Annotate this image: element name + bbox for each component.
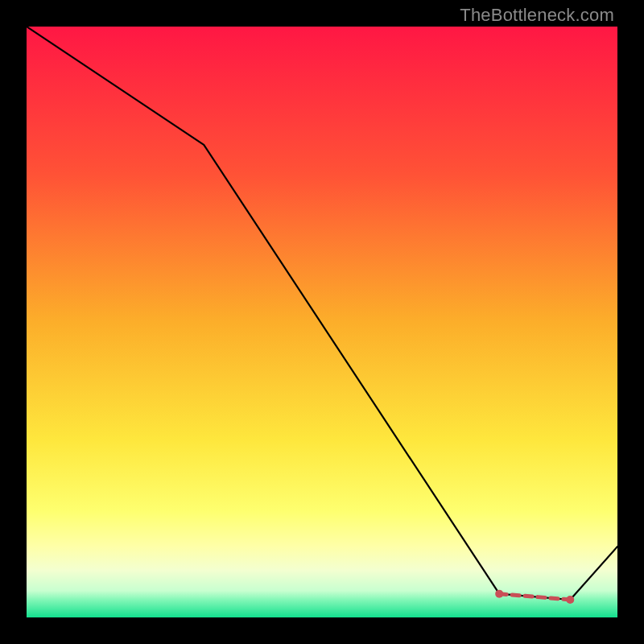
- svg-line-1: [499, 594, 570, 600]
- svg-point-3: [566, 596, 574, 604]
- svg-point-2: [495, 590, 503, 598]
- highlight-dashed-segment: [27, 27, 617, 617]
- watermark-text: TheBottleneck.com: [460, 5, 614, 26]
- chart-root: TheBottleneck.com: [0, 0, 644, 644]
- plot-area: [27, 27, 617, 617]
